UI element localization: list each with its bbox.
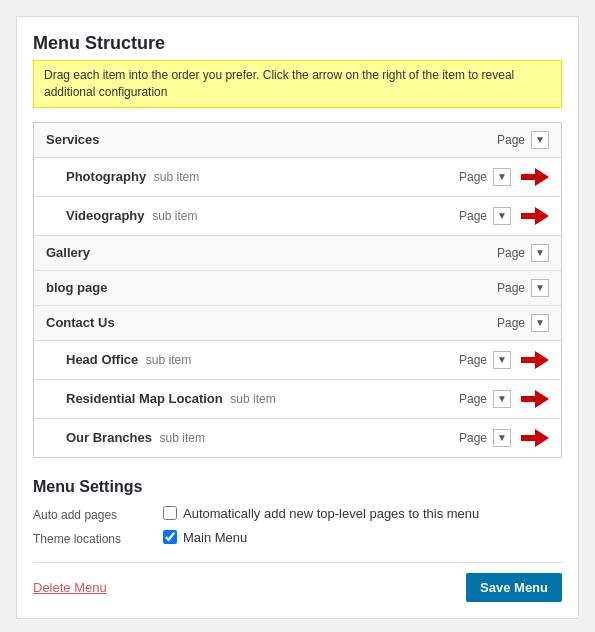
sub-item-ourbranches: Our Branches sub item Page ▼ bbox=[34, 419, 561, 457]
dropdown-arrow[interactable]: ▼ bbox=[531, 279, 549, 297]
sub-item-sublabel-videography: sub item bbox=[152, 209, 197, 223]
sub-item-headoffice: Head Office sub item Page ▼ bbox=[34, 341, 561, 380]
theme-locations-row: Theme locations Main Menu bbox=[33, 530, 562, 546]
dropdown-arrow[interactable]: ▼ bbox=[493, 351, 511, 369]
save-menu-button[interactable]: Save Menu bbox=[466, 573, 562, 602]
menu-structure-list: Services Page ▼ Photography sub item Pag… bbox=[33, 122, 562, 458]
menu-item-label-services: Services bbox=[46, 132, 497, 147]
expand-arrow-icon-photography[interactable] bbox=[521, 166, 549, 188]
sub-item-sublabel-ourbranches: sub item bbox=[160, 431, 205, 445]
dropdown-arrow[interactable]: ▼ bbox=[493, 390, 511, 408]
svg-marker-2 bbox=[521, 351, 549, 369]
expand-arrow-icon-residentialmaplocation[interactable] bbox=[521, 388, 549, 410]
delete-menu-button[interactable]: Delete Menu bbox=[33, 580, 107, 595]
svg-marker-3 bbox=[521, 390, 549, 408]
sub-item-videography: Videography sub item Page ▼ bbox=[34, 197, 561, 236]
dropdown-arrow[interactable]: ▼ bbox=[493, 429, 511, 447]
menu-item-label-gallery: Gallery bbox=[46, 245, 497, 260]
auto-add-pages-label: Auto add pages bbox=[33, 506, 163, 522]
sub-item-label-photography: Photography sub item bbox=[66, 169, 459, 184]
menu-item-label-blogpage: blog page bbox=[46, 280, 497, 295]
instruction-bar: Drag each item into the order you prefer… bbox=[33, 60, 562, 108]
menu-settings-section: Menu Settings Auto add pages Automatical… bbox=[33, 478, 562, 546]
expand-arrow-icon-ourbranches[interactable] bbox=[521, 427, 549, 449]
auto-add-pages-row: Auto add pages Automatically add new top… bbox=[33, 506, 562, 522]
menu-item-label-contactus: Contact Us bbox=[46, 315, 497, 330]
sub-item-sublabel-headoffice: sub item bbox=[146, 353, 191, 367]
sub-item-residentialmaplocation: Residential Map Location sub item Page ▼ bbox=[34, 380, 561, 419]
menu-item-blogpage: blog page Page ▼ bbox=[34, 271, 561, 306]
theme-locations-value: Main Menu bbox=[163, 530, 247, 545]
section-title: Menu Structure bbox=[33, 33, 562, 54]
sub-item-sublabel-residentialmaplocation: sub item bbox=[230, 392, 275, 406]
menu-item-gallery: Gallery Page ▼ bbox=[34, 236, 561, 271]
expand-arrow-icon-headoffice[interactable] bbox=[521, 349, 549, 371]
theme-locations-label: Theme locations bbox=[33, 530, 163, 546]
menu-item-contactus: Contact Us Page ▼ bbox=[34, 306, 561, 341]
sub-item-photography: Photography sub item Page ▼ bbox=[34, 158, 561, 197]
dropdown-arrow[interactable]: ▼ bbox=[531, 131, 549, 149]
svg-marker-1 bbox=[521, 207, 549, 225]
dropdown-arrow[interactable]: ▼ bbox=[531, 314, 549, 332]
dropdown-arrow[interactable]: ▼ bbox=[531, 244, 549, 262]
sub-item-sublabel-photography: sub item bbox=[154, 170, 199, 184]
page-container: Menu Structure Drag each item into the o… bbox=[16, 16, 579, 619]
svg-marker-0 bbox=[521, 168, 549, 186]
menu-settings-title: Menu Settings bbox=[33, 478, 562, 496]
menu-item-services: Services Page ▼ bbox=[34, 123, 561, 158]
auto-add-pages-description: Automatically add new top-level pages to… bbox=[183, 506, 479, 521]
sub-item-label-residentialmaplocation: Residential Map Location sub item bbox=[66, 391, 459, 406]
sub-item-label-headoffice: Head Office sub item bbox=[66, 352, 459, 367]
main-menu-checkbox[interactable] bbox=[163, 530, 177, 544]
sub-item-label-videography: Videography sub item bbox=[66, 208, 459, 223]
auto-add-pages-value: Automatically add new top-level pages to… bbox=[163, 506, 479, 521]
auto-add-pages-checkbox[interactable] bbox=[163, 506, 177, 520]
dropdown-arrow[interactable]: ▼ bbox=[493, 168, 511, 186]
main-menu-label: Main Menu bbox=[183, 530, 247, 545]
expand-arrow-icon-videography[interactable] bbox=[521, 205, 549, 227]
dropdown-arrow[interactable]: ▼ bbox=[493, 207, 511, 225]
svg-marker-4 bbox=[521, 429, 549, 447]
footer-bar: Delete Menu Save Menu bbox=[33, 562, 562, 602]
sub-item-label-ourbranches: Our Branches sub item bbox=[66, 430, 459, 445]
